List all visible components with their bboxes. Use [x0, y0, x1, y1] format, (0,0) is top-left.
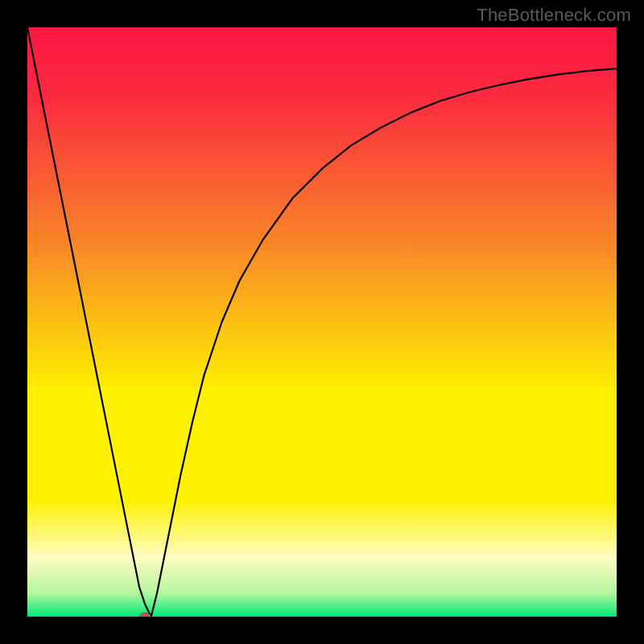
gradient-background — [27, 27, 617, 617]
plot-area — [27, 27, 617, 617]
chart-container: TheBottleneck.com — [0, 0, 644, 644]
chart-svg — [27, 27, 617, 617]
watermark-label: TheBottleneck.com — [477, 5, 631, 26]
